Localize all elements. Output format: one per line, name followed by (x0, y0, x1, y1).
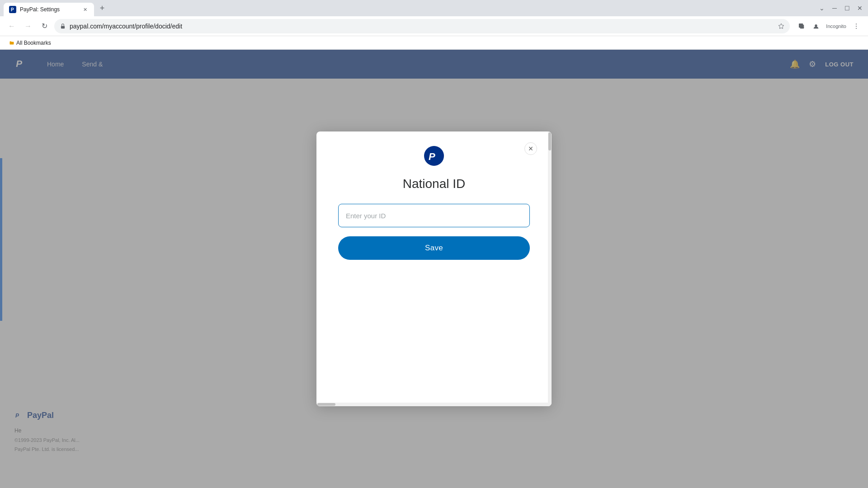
national-id-input[interactable] (338, 204, 530, 227)
paypal-page: P Home Send & 🔔 ⚙ LOG OUT P PayPal He ©1… (0, 50, 868, 488)
toolbar-icons: Incognito (795, 20, 863, 33)
modal-scrollbar-thumb (548, 132, 551, 150)
forward-button[interactable]: → (22, 20, 34, 33)
extensions-button[interactable] (795, 20, 808, 33)
svg-point-5 (856, 26, 857, 27)
svg-point-6 (856, 28, 857, 28)
bookmarks-bar: All Bookmarks (0, 36, 868, 50)
svg-point-4 (856, 23, 857, 24)
svg-rect-2 (61, 26, 65, 28)
maximize-button[interactable]: ☐ (843, 4, 852, 13)
back-icon: ← (8, 22, 15, 30)
svg-text:P: P (11, 7, 14, 12)
window-list-button[interactable]: ⌄ (817, 4, 826, 13)
browser-chrome: P PayPal: Settings ✕ + ⌄ ─ ☐ ✕ ← → ↻ (0, 0, 868, 50)
window-close-button[interactable]: ✕ (855, 4, 864, 13)
modal-bottom-scrollbar[interactable] (316, 403, 552, 406)
menu-dots-icon (853, 23, 860, 30)
browser-toolbar: ← → ↻ paypal.com/myaccount/profile/docid… (0, 16, 868, 36)
save-button[interactable]: Save (338, 236, 530, 260)
modal-header: P × (338, 146, 530, 166)
svg-point-3 (815, 24, 817, 27)
url-text: paypal.com/myaccount/profile/docid/edit (70, 23, 774, 30)
all-bookmarks-label: All Bookmarks (16, 40, 51, 46)
browser-menu-button[interactable] (850, 20, 863, 33)
address-bar[interactable]: paypal.com/myaccount/profile/docid/edit (54, 19, 790, 33)
tab-favicon-icon: P (9, 6, 16, 13)
forward-icon: → (24, 22, 32, 30)
tab-close-button[interactable]: ✕ (81, 6, 89, 13)
back-button[interactable]: ← (5, 20, 18, 33)
tab-title: PayPal: Settings (20, 6, 78, 13)
folder-icon (9, 40, 14, 46)
national-id-modal: P × National ID Save (316, 131, 552, 406)
modal-container: P × National ID Save (316, 131, 552, 406)
browser-tabs: P PayPal: Settings ✕ + ⌄ ─ ☐ ✕ (0, 0, 868, 16)
page-content: P Home Send & 🔔 ⚙ LOG OUT P PayPal He ©1… (0, 50, 868, 488)
incognito-icon (812, 23, 820, 30)
new-tab-button[interactable]: + (96, 2, 108, 14)
modal-bottom-scrollbar-thumb (317, 403, 335, 406)
refresh-button[interactable]: ↻ (38, 20, 51, 33)
minimize-button[interactable]: ─ (830, 4, 839, 13)
incognito-button[interactable] (810, 20, 822, 33)
all-bookmarks-item[interactable]: All Bookmarks (5, 39, 55, 47)
modal-scrollbar[interactable] (548, 131, 552, 406)
lock-icon (60, 23, 66, 29)
star-icon[interactable] (778, 23, 784, 29)
modal-inner: P × National ID Save (316, 131, 552, 403)
refresh-icon: ↻ (42, 22, 47, 30)
active-tab[interactable]: P PayPal: Settings ✕ (4, 3, 94, 16)
close-icon: × (528, 144, 533, 154)
modal-title: National ID (338, 177, 530, 191)
incognito-label: Incognito (824, 23, 848, 29)
svg-text:P: P (429, 151, 435, 162)
extensions-icon (798, 23, 805, 30)
modal-paypal-logo: P (424, 146, 444, 166)
modal-close-button[interactable]: × (524, 142, 537, 155)
